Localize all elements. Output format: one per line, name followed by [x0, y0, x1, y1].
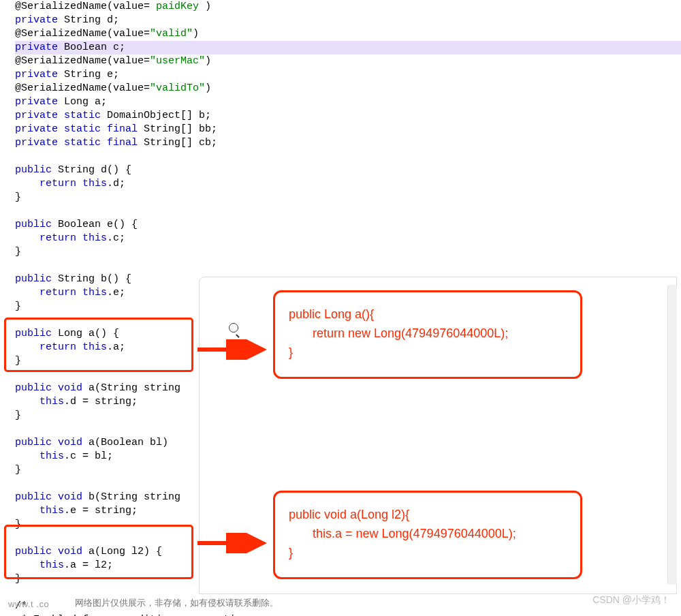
code-line: private static DomainObject[] b; [15, 109, 681, 123]
code-line: public String d() { [15, 164, 681, 177]
overlay-scrollbar[interactable] [667, 285, 677, 585]
code-line [15, 204, 681, 218]
code-line: return this.c; [15, 232, 681, 245]
code-line: public Boolean e() { [15, 218, 681, 232]
callout-text-1: public Long a(){ return new Long(4794976… [275, 292, 580, 362]
magnify-icon [229, 323, 238, 333]
code-line: private String e; [15, 68, 681, 82]
code-line: private static final String[] cb; [15, 136, 681, 150]
watermark-csdn: CSDN @小学鸡！ [592, 594, 670, 606]
code-line: return this.d; [15, 177, 681, 191]
callout-text-2: public void a(Long l2){ this.a = new Lon… [275, 493, 580, 562]
code-line: private String d; [15, 14, 681, 27]
highlight-box-1 [4, 318, 193, 372]
code-line: private static final String[] bb; [15, 123, 681, 136]
arrow-icon-1 [197, 339, 272, 349]
code-line: @SerializedName(value= paidKey ) [15, 0, 681, 14]
arrow-icon-2 [197, 533, 272, 542]
code-line [15, 150, 681, 164]
code-line [15, 259, 681, 273]
callout-box-1: public Long a(){ return new Long(4794976… [273, 290, 582, 379]
image-caption: 网络图片仅供展示，非存储，如有侵权请联系删除。 [75, 597, 279, 609]
code-line: private Long a; [15, 95, 681, 109]
code-line: @SerializedName(value="userMac") [15, 55, 681, 68]
callout-box-2: public void a(Long l2){ this.a = new Lon… [273, 491, 582, 579]
code-line: } [15, 191, 681, 204]
code-line: @SerializedName(value="validTo") [15, 82, 681, 95]
highlight-box-2 [4, 525, 193, 579]
code-line: @SerializedName(value="valid") [15, 27, 681, 41]
code-line: } [15, 245, 681, 259]
code-line: private Boolean c; [15, 41, 681, 55]
watermark-left: www.t .co [8, 599, 49, 609]
code-line: * Enabled force condition propagation [15, 613, 681, 616]
